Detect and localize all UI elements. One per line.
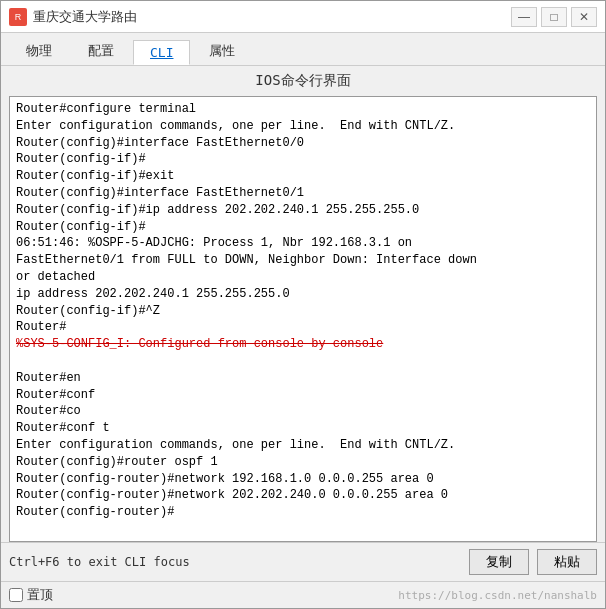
tab-bar: 物理 配置 CLI 属性 [1,33,605,66]
panel-title: IOS命令行界面 [1,66,605,96]
always-on-top-label[interactable]: 置顶 [27,586,53,604]
always-on-top-checkbox[interactable] [9,588,23,602]
always-on-top-wrap: 置顶 [9,586,53,604]
bottom-bar: Ctrl+F6 to exit CLI focus 复制 粘贴 [1,542,605,581]
cli-output[interactable]: Router#configure terminal Enter configur… [10,97,596,541]
cli-area: Router#configure terminal Enter configur… [9,96,597,542]
footer-bar: 置顶 https://blog.csdn.net/nanshalb [1,581,605,608]
copy-button[interactable]: 复制 [469,549,529,575]
minimize-button[interactable]: — [511,7,537,27]
svg-text:R: R [15,12,22,22]
focus-hint: Ctrl+F6 to exit CLI focus [9,555,461,569]
title-bar: R 重庆交通大学路由 — □ ✕ [1,1,605,33]
main-window: R 重庆交通大学路由 — □ ✕ 物理 配置 CLI 属性 IOS命令行界面 R… [0,0,606,609]
paste-button[interactable]: 粘贴 [537,549,597,575]
maximize-button[interactable]: □ [541,7,567,27]
tab-physics[interactable]: 物理 [9,37,69,65]
close-button[interactable]: ✕ [571,7,597,27]
tab-config[interactable]: 配置 [71,37,131,65]
app-icon: R [9,8,27,26]
tab-cli[interactable]: CLI [133,40,190,65]
window-controls: — □ ✕ [511,7,597,27]
tab-attributes[interactable]: 属性 [192,37,252,65]
window-title: 重庆交通大学路由 [33,8,511,26]
watermark: https://blog.csdn.net/nanshalb [398,589,597,602]
